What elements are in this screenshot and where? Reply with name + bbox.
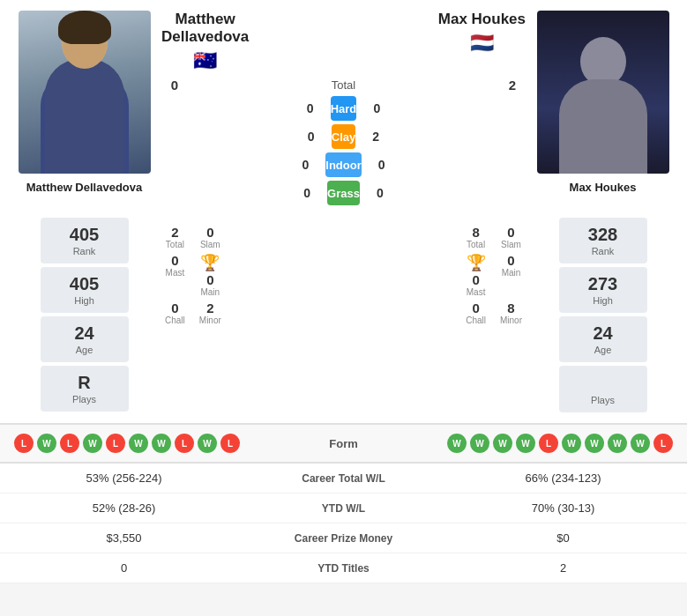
center-spacer: 2 Total 0 Slam 0 Mast 🏆 — [161, 218, 526, 412]
player2-rank-lbl: Rank — [570, 246, 637, 256]
p2-minor-cell: 8 Minor — [500, 301, 522, 325]
hard-row: 0 Hard 0 — [297, 94, 391, 122]
player2-form-badge-5: W — [562, 434, 581, 453]
p2-chall-cell: 0 Chall — [466, 301, 486, 325]
player2-age-lbl: Age — [570, 345, 637, 355]
player1-hair — [58, 11, 111, 44]
player1-body — [41, 72, 129, 174]
indoor-badge: Indoor — [325, 152, 361, 177]
player2-stats: 328 Rank 273 High 24 Age Plays — [526, 218, 680, 412]
player1-high-box: 405 High — [41, 267, 129, 313]
p2-slam-cell: 0 Slam — [500, 225, 522, 249]
player2-stat-grid: 8 Total 0 Slam 🏆 0 Mast — [466, 225, 522, 325]
player1-rank-box: 405 Rank — [41, 218, 129, 263]
stats-row-3: 0YTD Titles2 — [0, 553, 687, 583]
player1-plays-box: R Plays — [41, 366, 129, 412]
player1-stat-grid: 2 Total 0 Slam 0 Mast 🏆 — [165, 225, 221, 325]
p1-total-cell: 2 Total — [165, 225, 185, 249]
player2-flag: 🇳🇱 — [470, 32, 494, 55]
player1-rank-lbl: Rank — [51, 246, 118, 256]
indoor-left: 0 — [292, 158, 318, 172]
total-label: Total — [188, 78, 499, 92]
player2-form-badge-9: L — [653, 434, 673, 453]
total-row: 0 Total 2 — [161, 78, 526, 93]
player2-form-badge-6: W — [585, 434, 604, 453]
player1-center-name-line1: Matthew — [175, 11, 235, 28]
stats-left-0: 53% (256-224) — [14, 471, 234, 485]
clay-left: 0 — [298, 130, 325, 144]
player2-form-badge-3: W — [516, 434, 535, 453]
player1-form: LWLWLWWLWL — [14, 434, 240, 453]
player2-age-box: 24 Age — [559, 316, 647, 362]
player2-plays-box: Plays — [559, 366, 647, 412]
comparison-top: Matthew Dellavedova Matthew Dellavedova … — [0, 0, 687, 218]
player2-photo — [537, 11, 669, 174]
player2-grid: 8 Total 0 Slam 🏆 0 Mast — [466, 218, 526, 325]
player2-trophy-icon: 🏆 — [467, 253, 486, 272]
player1-age-val: 24 — [51, 323, 118, 344]
player2-silhouette-torso — [559, 79, 647, 174]
player1-name-block: Matthew Dellavedova 🇦🇺 — [161, 11, 249, 72]
player1-flag: 🇦🇺 — [193, 49, 217, 72]
player1-plays-val: R — [51, 373, 118, 393]
stats-row-2: $3,550Career Prize Money$0 — [0, 523, 687, 553]
stats-right-2: $0 — [453, 531, 673, 545]
player2-form-badge-8: W — [631, 434, 650, 453]
p2-total-cell: 8 Total — [466, 225, 486, 249]
player1-plays-lbl: Plays — [51, 394, 118, 404]
stat-grids-row: 2 Total 0 Slam 0 Mast 🏆 — [161, 218, 526, 412]
player1-age-box: 24 Age — [41, 316, 129, 362]
player2-form-badge-0: W — [447, 434, 467, 453]
stats-left-2: $3,550 — [14, 531, 234, 545]
player2-high-box: 273 High — [559, 267, 647, 313]
grass-left: 0 — [294, 186, 320, 200]
player1-high-val: 405 — [51, 274, 118, 294]
player1-photo — [19, 11, 151, 174]
player1-form-badge-3: W — [83, 434, 102, 453]
player2-form-badge-7: W — [608, 434, 627, 453]
player1-form-badge-7: L — [175, 434, 194, 453]
player1-high-lbl: High — [51, 295, 118, 306]
player1-name: Matthew Dellavedova — [26, 181, 143, 194]
p1-main-cell: 0 Main — [200, 272, 220, 297]
stats-right-1: 70% (30-13) — [453, 501, 673, 515]
player2-high-val: 273 — [570, 274, 637, 294]
p2-mast-cell: 0 Mast — [467, 272, 486, 297]
p1-chall-cell: 0 Chall — [165, 301, 185, 325]
player2-high-lbl: High — [570, 295, 637, 306]
hard-left: 0 — [297, 101, 324, 115]
stats-row-1: 52% (28-26)YTD W/L70% (30-13) — [0, 494, 687, 523]
p2-trophy-mast: 🏆 0 Mast — [466, 253, 486, 297]
clay-row: 0 Clay 2 — [298, 122, 389, 151]
player1-form-badge-6: W — [152, 434, 171, 453]
player1-rank-val: 405 — [51, 225, 118, 245]
hard-right: 0 — [363, 101, 390, 115]
stats-left-3: 0 — [14, 561, 234, 575]
player1-form-badge-1: W — [37, 434, 56, 453]
hard-badge: Hard — [331, 96, 357, 121]
total-right: 2 — [499, 78, 526, 93]
indoor-row: 0 Indoor 0 — [292, 151, 394, 179]
player2-rank-val: 328 — [570, 225, 637, 245]
stats-label-1: YTD W/L — [234, 502, 453, 515]
player1-form-badge-5: W — [129, 434, 148, 453]
total-left: 0 — [161, 78, 188, 93]
stats-panel: 405 Rank 405 High 24 Age R Plays — [0, 218, 687, 423]
player2-section: Max Houkes — [526, 11, 680, 207]
grass-right: 0 — [367, 186, 393, 200]
player2-form: WWWWLWWWWL — [447, 434, 673, 453]
player1-section: Matthew Dellavedova — [7, 11, 161, 207]
stats-label-0: Career Total W/L — [234, 472, 453, 485]
app-container: Matthew Dellavedova Matthew Dellavedova … — [0, 0, 687, 583]
p1-minor-cell: 2 Minor — [199, 301, 221, 325]
player2-name: Max Houkes — [570, 181, 637, 194]
player2-name-block: Max Houkes 🇳🇱 — [438, 11, 526, 55]
player1-form-badge-9: L — [220, 434, 240, 453]
p2-main-cell: 0 Main — [500, 253, 522, 297]
p1-mast-cell: 0 Mast — [165, 253, 185, 297]
player1-trophy-icon: 🏆 — [200, 253, 220, 272]
clay-badge: Clay — [332, 124, 355, 149]
player2-form-badge-1: W — [470, 434, 489, 453]
form-label: Form — [240, 437, 447, 450]
player1-form-badge-2: L — [60, 434, 79, 453]
